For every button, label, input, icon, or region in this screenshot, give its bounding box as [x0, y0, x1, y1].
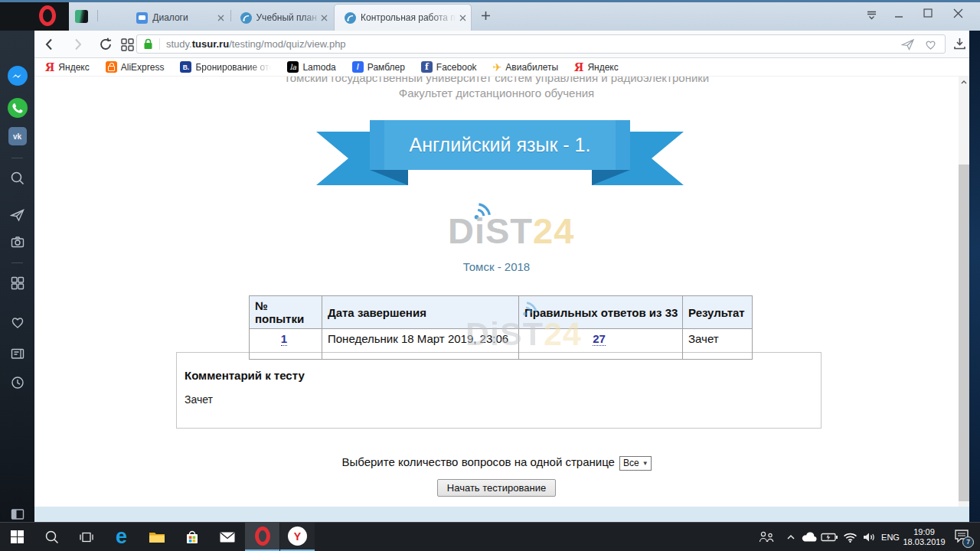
vertical-scrollbar[interactable] — [959, 77, 969, 507]
store-bag-icon — [185, 530, 200, 545]
close-tab-icon[interactable] — [459, 15, 466, 21]
bookmark-heart-icon[interactable] — [924, 38, 937, 51]
bookmarks-heart-icon[interactable] — [0, 315, 34, 330]
start-button[interactable] — [0, 523, 34, 551]
battery-icon[interactable] — [819, 523, 840, 551]
sidebar-divider — [11, 158, 23, 158]
people-tray-icon[interactable] — [753, 523, 779, 551]
microsoft-store-button[interactable] — [175, 523, 209, 551]
send-to-flow-icon[interactable] — [901, 38, 915, 51]
comment-box: Комментарий к тесту Зачет — [176, 352, 822, 429]
finished-date: Понедельник 18 Март 2019, 23:06 — [322, 329, 519, 360]
tab-label: Учебный план - Личный — [256, 12, 321, 23]
wifi-icon[interactable] — [841, 523, 859, 551]
windows-logo-icon — [11, 530, 24, 543]
tab-kontrolnaya-active[interactable]: Контрольная работа по д — [334, 4, 472, 31]
whatsapp-icon[interactable] — [0, 98, 34, 118]
onedrive-cloud-icon[interactable] — [799, 523, 819, 551]
lamoda-icon: la — [287, 61, 299, 73]
personal-news-icon[interactable] — [0, 346, 34, 361]
tab-uchebny-plan[interactable]: Учебный план - Личный — [233, 5, 332, 31]
bookmark-facebook[interactable]: fFacebook — [421, 61, 477, 73]
history-clock-icon[interactable] — [0, 375, 34, 390]
sidebar-divider — [11, 262, 23, 263]
new-tab-button[interactable] — [481, 11, 491, 21]
sidebar-setup-icon[interactable] — [0, 507, 34, 522]
faculty-name: Факультет дистанционного обучения — [34, 86, 959, 99]
dist24-logo: DiST24 — [448, 197, 624, 259]
mail-button[interactable] — [210, 523, 244, 551]
show-hidden-icons-chevron[interactable] — [784, 523, 798, 551]
speed-dial-sidebar-icon[interactable] — [0, 276, 34, 291]
bookmark-yandex[interactable]: ЯЯндекс — [45, 61, 90, 73]
url-separator — [159, 38, 160, 50]
bookmark-rambler[interactable]: /Рамблер — [352, 61, 405, 73]
opera-menu-button[interactable] — [0, 0, 69, 31]
my-flow-icon[interactable] — [0, 207, 34, 223]
opera-icon — [255, 527, 270, 546]
opera-taskbar-button[interactable] — [245, 523, 279, 551]
bookmark-aliexpress[interactable]: AliExpress — [106, 61, 165, 73]
close-tab-icon[interactable] — [321, 15, 328, 21]
close-window-button[interactable] — [953, 8, 963, 18]
tab-label: Диалоги — [152, 12, 188, 23]
start-test-row: Начать тестирование — [34, 479, 959, 497]
yandex-icon: Я — [45, 61, 54, 73]
bookmark-yandex-2[interactable]: ЯЯндекс — [574, 61, 619, 73]
address-bar[interactable]: study.tusur.ru/testing/mod/quiz/view.php — [136, 34, 946, 54]
secure-padlock-icon[interactable] — [143, 38, 153, 50]
aliexpress-icon — [106, 61, 117, 73]
yandex-browser-button[interactable]: Y — [280, 523, 315, 551]
speed-dial-icon[interactable] — [120, 37, 135, 52]
maximize-button[interactable] — [923, 8, 933, 18]
university-name: Томский государственный университет сист… — [34, 77, 959, 84]
scrollbar-thumb[interactable] — [959, 165, 969, 501]
desktop-edge — [969, 31, 980, 522]
task-view-button[interactable] — [69, 523, 103, 551]
clock-tray[interactable]: 19:0918.03.2019 — [902, 523, 946, 551]
search-icon[interactable] — [0, 171, 34, 186]
file-explorer-button[interactable] — [139, 523, 174, 551]
facebook-icon: f — [421, 61, 433, 73]
rambler-icon: / — [352, 61, 364, 73]
browser-toolbar: study.tusur.ru/testing/mod/quiz/view.php — [34, 31, 969, 58]
bookmarks-bar: ЯЯндекс AliExpress B.Бронирование отел l… — [34, 58, 969, 77]
bookmark-lamoda[interactable]: laLamoda — [287, 61, 335, 73]
bookmark-aviabilety[interactable]: ✈Авиабилеты — [493, 62, 558, 73]
download-icon[interactable] — [953, 37, 966, 51]
minimize-button[interactable] — [894, 10, 903, 19]
tab-menu-icon[interactable] — [865, 8, 878, 21]
tab-dialogi[interactable]: Диалоги — [100, 5, 229, 31]
language-indicator[interactable]: ENG — [879, 523, 902, 551]
col-finished: Дата завершения — [322, 296, 519, 329]
chat-icon — [136, 12, 148, 24]
close-tab-icon[interactable] — [217, 15, 224, 21]
booking-icon: B. — [180, 61, 191, 73]
start-test-button[interactable]: Начать тестирование — [437, 479, 556, 497]
opera-sidebar: vk — [0, 31, 34, 522]
messenger-icon[interactable] — [0, 66, 34, 86]
bookmark-booking[interactable]: B.Бронирование отел — [180, 61, 271, 73]
dist-favicon — [345, 12, 356, 24]
volume-icon[interactable] — [859, 523, 879, 551]
snapshot-camera-icon[interactable] — [0, 234, 34, 249]
page-footer-strip — [34, 507, 969, 522]
taskbar-search-button[interactable] — [34, 523, 69, 551]
table-row: 1 Понедельник 18 Март 2019, 23:06 27 Зач… — [250, 329, 753, 360]
questions-per-page-select[interactable]: Все▼ — [619, 456, 652, 471]
attempts-table: № попытки Дата завершения Правильных отв… — [249, 295, 753, 360]
tab-separator — [97, 10, 98, 21]
action-center-button[interactable]: 7 — [948, 523, 975, 551]
dist-favicon — [240, 12, 252, 24]
back-icon[interactable] — [42, 37, 57, 52]
edge-button[interactable]: e — [104, 523, 139, 551]
notification-count-badge: 7 — [962, 536, 974, 548]
pinned-tab[interactable] — [75, 10, 88, 23]
attempt-link[interactable]: 1 — [281, 332, 287, 346]
vk-icon[interactable]: vk — [0, 127, 34, 145]
city-year: Томск - 2018 — [34, 260, 959, 273]
scroll-up-arrow[interactable] — [959, 77, 969, 88]
reload-icon[interactable] — [98, 37, 113, 52]
correct-answers-link[interactable]: 27 — [593, 332, 606, 346]
forward-icon[interactable] — [70, 37, 85, 52]
